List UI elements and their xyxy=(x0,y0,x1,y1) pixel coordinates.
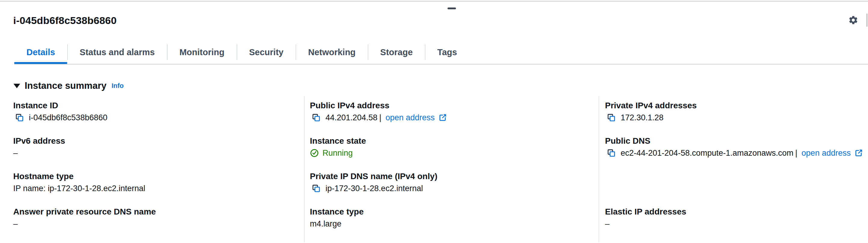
copy-icon xyxy=(607,148,616,158)
panel-header: i-045db6f8c538b6860 xyxy=(13,14,855,26)
external-link-icon-wrap xyxy=(854,148,863,158)
external-link-icon xyxy=(854,148,863,158)
gear-icon xyxy=(848,15,858,25)
field-value-row: – xyxy=(13,147,304,159)
tab-tags[interactable]: Tags xyxy=(425,43,469,64)
page-title: i-045db6f8c538b6860 xyxy=(13,14,855,26)
field-value-row: – xyxy=(13,218,304,230)
field-value: 172.30.1.28 xyxy=(621,112,663,124)
field-value: i-045db6f8c538b6860 xyxy=(29,112,107,124)
field-label: Public DNS xyxy=(605,136,868,146)
tab-storage[interactable]: Storage xyxy=(368,43,425,64)
summary-column-3: Private IPv4 addresses172.30.1.28Public … xyxy=(599,96,868,242)
status-success-icon xyxy=(310,148,319,158)
field-elastic-ip-addresses: Elastic IP addresses– xyxy=(605,206,868,230)
field-spacer xyxy=(605,171,868,195)
value-link-separator: | xyxy=(795,148,797,158)
field-value-row: i-045db6f8c538b6860 xyxy=(13,112,304,124)
field-label: IPv6 address xyxy=(13,136,304,146)
field-label: Instance ID xyxy=(13,100,304,111)
field-public-dns: Public DNSec2-44-201-204-58.compute-1.am… xyxy=(605,136,868,159)
value-link-separator: | xyxy=(379,113,381,123)
field-value-row: IP name: ip-172-30-1-28.ec2.internal xyxy=(13,182,304,195)
copy-icon xyxy=(312,184,321,193)
open-address-link[interactable]: open address xyxy=(385,112,435,124)
field-value: – xyxy=(13,218,18,230)
instance-summary-grid: Instance IDi-045db6f8c538b6860IPv6 addre… xyxy=(0,96,868,242)
field-ipv6-address: IPv6 address– xyxy=(13,136,304,159)
copy-icon xyxy=(312,113,321,122)
field-value-row: ip-172-30-1-28.ec2.internal xyxy=(310,182,599,195)
field-instance-type: Instance typem4.large xyxy=(310,206,599,230)
section-title: Instance summary xyxy=(25,79,106,92)
preferences-button[interactable] xyxy=(847,15,859,26)
field-value-row: 172.30.1.28 xyxy=(605,112,868,124)
copy-button[interactable] xyxy=(607,113,616,122)
field-public-ipv4-address: Public IPv4 address44.201.204.58|open ad… xyxy=(310,100,599,124)
external-link-icon xyxy=(438,113,447,122)
field-private-ip-dns-name-ipv4-only: Private IP DNS name (IPv4 only)ip-172-30… xyxy=(310,171,599,195)
field-value: Running xyxy=(322,147,353,159)
tab-status-and-alarms[interactable]: Status and alarms xyxy=(67,43,167,64)
field-label: Instance state xyxy=(310,136,599,146)
tab-networking[interactable]: Networking xyxy=(296,43,368,64)
field-value: m4.large xyxy=(310,218,341,230)
copy-icon xyxy=(15,113,24,122)
field-label: Private IPv4 addresses xyxy=(605,100,868,111)
external-link-icon-wrap xyxy=(438,113,447,122)
field-value: – xyxy=(605,218,610,230)
tab-monitoring[interactable]: Monitoring xyxy=(167,43,237,64)
copy-button[interactable] xyxy=(607,148,616,158)
field-value-row: m4.large xyxy=(310,218,599,230)
info-link[interactable]: Info xyxy=(112,82,124,90)
instance-details-panel: i-045db6f8c538b6860 DetailsStatus and al… xyxy=(0,0,868,243)
copy-button[interactable] xyxy=(312,184,321,193)
summary-column-1: Instance IDi-045db6f8c538b6860IPv6 addre… xyxy=(0,96,304,242)
field-label: Answer private resource DNS name xyxy=(13,206,304,217)
field-private-ipv4-addresses: Private IPv4 addresses172.30.1.28 xyxy=(605,100,868,124)
tab-details[interactable]: Details xyxy=(14,43,67,64)
copy-icon xyxy=(607,113,616,122)
field-value-row: – xyxy=(605,218,868,230)
field-value: 44.201.204.58 xyxy=(326,112,377,124)
open-address-link[interactable]: open address xyxy=(802,147,851,159)
field-value-row: ec2-44-201-204-58.compute-1.amazonaws.co… xyxy=(605,147,868,159)
field-value: IP name: ip-172-30-1-28.ec2.internal xyxy=(13,182,145,195)
field-value: – xyxy=(13,147,18,159)
field-value-row: Running xyxy=(310,147,599,159)
field-instance-state: Instance stateRunning xyxy=(310,136,599,159)
scrollbar-thumb[interactable] xyxy=(867,13,867,27)
split-panel-top-border xyxy=(0,0,868,1)
tab-bar: DetailsStatus and alarmsMonitoringSecuri… xyxy=(14,43,868,65)
copy-button[interactable] xyxy=(312,113,321,122)
collapse-caret-icon[interactable] xyxy=(13,84,20,88)
instance-summary-header: Instance summary Info xyxy=(13,79,868,92)
field-hostname-type: Hostname typeIP name: ip-172-30-1-28.ec2… xyxy=(13,171,304,195)
field-label: Private IP DNS name (IPv4 only) xyxy=(310,171,599,182)
field-value: ec2-44-201-204-58.compute-1.amazonaws.co… xyxy=(621,147,794,159)
field-label: Public IPv4 address xyxy=(310,100,599,111)
tab-security[interactable]: Security xyxy=(237,43,296,64)
split-panel-drag-handle[interactable] xyxy=(447,7,456,9)
status-success-icon-wrap xyxy=(310,148,319,158)
field-label: Instance type xyxy=(310,206,599,217)
field-answer-private-resource-dns-name: Answer private resource DNS name– xyxy=(13,206,304,230)
field-instance-id: Instance IDi-045db6f8c538b6860 xyxy=(13,100,304,124)
copy-button[interactable] xyxy=(15,113,24,122)
summary-column-2: Public IPv4 address44.201.204.58|open ad… xyxy=(304,96,599,242)
field-value-row: 44.201.204.58|open address xyxy=(310,112,599,124)
field-value: ip-172-30-1-28.ec2.internal xyxy=(326,182,423,195)
field-label: Hostname type xyxy=(13,171,304,182)
field-label: Elastic IP addresses xyxy=(605,206,868,217)
